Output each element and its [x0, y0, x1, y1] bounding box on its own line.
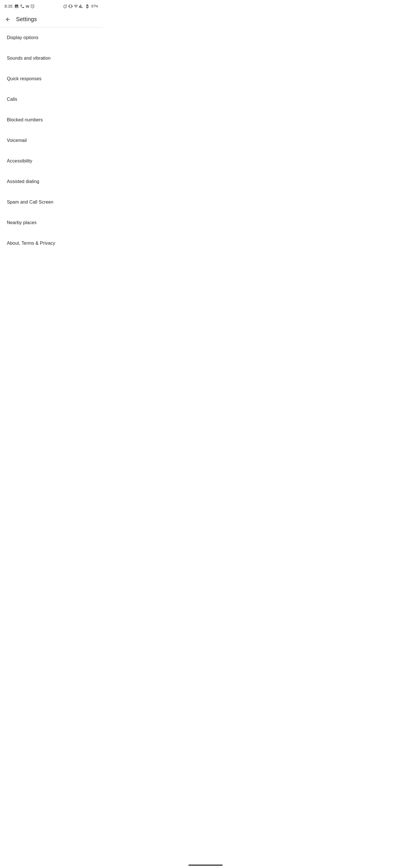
alarm-set-icon	[63, 4, 67, 8]
settings-item-display-options[interactable]: Display options	[0, 27, 103, 48]
battery-icon	[85, 4, 90, 8]
settings-item-label: Sounds and vibration	[7, 56, 51, 61]
vibrate-icon	[68, 4, 73, 8]
page-title: Settings	[16, 16, 37, 23]
back-arrow-icon	[5, 17, 11, 22]
settings-item-label: Quick responses	[7, 76, 41, 82]
settings-item-quick-responses[interactable]: Quick responses	[0, 68, 103, 89]
settings-item-label: Calls	[7, 97, 17, 102]
status-left: 8:35 W	[5, 4, 35, 8]
settings-item-label: About, Terms & Privacy	[7, 241, 55, 246]
status-bar: 8:35 W	[0, 0, 103, 11]
settings-item-label: Spam and Call Screen	[7, 199, 53, 205]
back-button[interactable]	[2, 14, 14, 25]
settings-item-about-terms-privacy[interactable]: About, Terms & Privacy	[0, 233, 103, 253]
settings-item-calls[interactable]: Calls	[0, 89, 103, 110]
settings-list: Display options Sounds and vibration Qui…	[0, 27, 103, 253]
signal-icon	[79, 4, 84, 8]
settings-item-accessibility[interactable]: Accessibility	[0, 151, 103, 171]
settings-item-label: Accessibility	[7, 158, 32, 164]
settings-item-label: Display options	[7, 35, 38, 40]
settings-item-label: Nearby places	[7, 220, 36, 225]
status-icons-right	[63, 4, 90, 8]
status-icons-left: W	[14, 4, 35, 8]
settings-item-blocked-numbers[interactable]: Blocked numbers	[0, 110, 103, 130]
settings-item-label: Voicemail	[7, 138, 27, 143]
settings-item-voicemail[interactable]: Voicemail	[0, 130, 103, 151]
phone-icon	[20, 4, 25, 8]
settings-item-sounds-vibration[interactable]: Sounds and vibration	[0, 48, 103, 68]
battery-percentage: 87%	[91, 4, 98, 8]
image-icon	[14, 4, 19, 8]
w-icon: W	[26, 4, 29, 8]
status-time: 8:35	[5, 4, 12, 8]
wifi-icon	[74, 4, 78, 8]
settings-item-spam-call-screen[interactable]: Spam and Call Screen	[0, 192, 103, 212]
status-right: 87%	[63, 4, 98, 8]
alarm-icon	[30, 4, 35, 8]
settings-item-assisted-dialing[interactable]: Assisted dialing	[0, 171, 103, 192]
app-bar: Settings	[0, 11, 103, 27]
settings-item-nearby-places[interactable]: Nearby places	[0, 212, 103, 233]
settings-item-label: Assisted dialing	[7, 179, 39, 184]
settings-item-label: Blocked numbers	[7, 117, 43, 123]
